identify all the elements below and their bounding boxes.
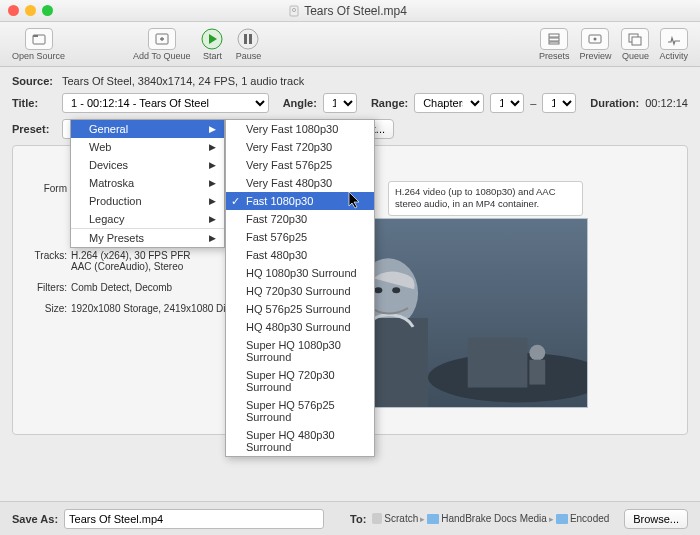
preset-opt-shq-480p30[interactable]: Super HQ 480p30 Surround [226,426,374,456]
folder-icon [556,514,568,524]
svg-rect-8 [249,34,252,44]
preset-category-menu: General▶ Web▶ Devices▶ Matroska▶ Product… [70,119,225,248]
zoom-icon[interactable] [42,5,53,16]
start-label: Start [203,51,222,61]
svg-rect-24 [529,360,545,385]
preset-opt-shq-720p30[interactable]: Super HQ 720p30 Surround [226,366,374,396]
duration-label: Duration: [590,97,639,109]
tracks-label: Tracks: [23,250,67,261]
activity-label: Activity [659,51,688,61]
filters-value: Comb Detect, Decomb [71,282,172,293]
svg-rect-9 [549,34,559,37]
svg-point-23 [529,345,545,361]
svg-rect-10 [549,38,559,41]
destination-breadcrumb[interactable]: Scratch ▸ HandBrake Docs Media ▸ Encoded [372,513,609,524]
size-value: 1920x1080 Storage, 2419x1080 Dis [71,303,231,314]
preset-cat-legacy[interactable]: Legacy▶ [71,210,224,228]
svg-rect-0 [290,6,298,16]
source-value: Tears Of Steel, 3840x1714, 24 FPS, 1 aud… [62,75,304,87]
title-select[interactable]: 1 - 00:12:14 - Tears Of Steel [62,93,269,113]
save-as-input[interactable] [64,509,324,529]
chevron-right-icon: ▶ [209,124,216,134]
folder-icon [427,514,439,524]
preset-opt-vfast-720p30[interactable]: Very Fast 720p30 [226,138,374,156]
format-label: Form [23,183,67,194]
preset-opt-fast-720p30[interactable]: Fast 720p30 [226,210,374,228]
preset-opt-shq-576p25[interactable]: Super HQ 576p25 Surround [226,396,374,426]
duration-value: 00:12:14 [645,97,688,109]
titlebar: Tears Of Steel.mp4 [0,0,700,22]
window-controls [8,5,53,16]
svg-rect-7 [244,34,247,44]
browse-button[interactable]: Browse... [624,509,688,529]
filters-label: Filters: [23,282,67,293]
preset-submenu: Very Fast 1080p30 Very Fast 720p30 Very … [225,119,375,457]
angle-select[interactable]: 1 [323,93,357,113]
range-to-select[interactable]: 1 [542,93,576,113]
size-label: Size: [23,303,67,314]
source-label: Source: [12,75,56,87]
preset-opt-fast-576p25[interactable]: Fast 576p25 [226,228,374,246]
svg-point-13 [594,37,597,40]
svg-rect-15 [632,37,641,45]
preview-label: Preview [579,51,611,61]
svg-rect-3 [33,35,38,37]
preset-opt-vfast-480p30[interactable]: Very Fast 480p30 [226,174,374,192]
preset-opt-vfast-1080p30[interactable]: Very Fast 1080p30 [226,120,374,138]
bc-folder-2: Encoded [570,513,609,524]
preset-opt-shq-1080p30[interactable]: Super HQ 1080p30 Surround [226,336,374,366]
preset-opt-hq-1080p30[interactable]: HQ 1080p30 Surround [226,264,374,282]
svg-point-6 [238,29,258,49]
preset-opt-hq-480p30[interactable]: HQ 480p30 Surround [226,318,374,336]
minimize-icon[interactable] [25,5,36,16]
svg-rect-18 [468,338,528,388]
preview-button[interactable]: Preview [575,28,615,61]
preset-label: Preset: [12,123,56,135]
start-button[interactable]: Start [194,28,230,61]
presets-label: Presets [539,51,570,61]
add-queue-label: Add To Queue [133,51,190,61]
tracks-value: H.264 (x264), 30 FPS PFR AAC (CoreAudio)… [71,250,191,272]
activity-button[interactable]: Activity [655,28,692,61]
pause-button[interactable]: Pause [230,28,266,61]
chevron-right-icon: ▸ [420,514,425,524]
title-label: Title: [12,97,56,109]
range-dash: – [530,97,536,109]
document-icon [288,5,300,17]
preset-opt-fast-480p30[interactable]: Fast 480p30 [226,246,374,264]
window-title: Tears Of Steel.mp4 [53,4,642,18]
content-area: Source: Tears Of Steel, 3840x1714, 24 FP… [0,67,700,443]
preset-opt-fast-1080p30[interactable]: Fast 1080p30 [226,192,374,210]
toolbar: Open Source Add To Queue Start Pause Pre… [0,22,700,67]
preset-cat-production[interactable]: Production▶ [71,192,224,210]
queue-button[interactable]: Queue [617,28,653,61]
bc-disk-label: Scratch [384,513,418,524]
svg-point-22 [392,287,400,293]
open-source-button[interactable]: Open Source [8,28,69,61]
preset-cat-devices[interactable]: Devices▶ [71,156,224,174]
queue-label: Queue [622,51,649,61]
range-label: Range: [371,97,408,109]
bc-folder-1: HandBrake Docs Media [441,513,547,524]
preset-opt-hq-720p30[interactable]: HQ 720p30 Surround [226,282,374,300]
save-as-label: Save As: [12,513,58,525]
preset-cat-my-presets[interactable]: My Presets▶ [71,228,224,247]
svg-point-21 [374,287,382,293]
chevron-right-icon: ▸ [549,514,554,524]
preset-cat-general[interactable]: General▶ [71,120,224,138]
open-source-label: Open Source [12,51,65,61]
preset-description: H.264 video (up to 1080p30) and AAC ster… [388,181,583,216]
close-icon[interactable] [8,5,19,16]
preset-opt-vfast-576p25[interactable]: Very Fast 576p25 [226,156,374,174]
presets-button[interactable]: Presets [535,28,574,61]
pause-label: Pause [236,51,262,61]
preset-cat-matroska[interactable]: Matroska▶ [71,174,224,192]
svg-rect-11 [549,42,559,44]
add-to-queue-button[interactable]: Add To Queue [129,28,194,61]
range-from-select[interactable]: 1 [490,93,524,113]
preset-opt-hq-576p25[interactable]: HQ 576p25 Surround [226,300,374,318]
bottom-bar: Save As: To: Scratch ▸ HandBrake Docs Me… [0,501,700,535]
range-mode-select[interactable]: Chapters [414,93,484,113]
to-label: To: [350,513,366,525]
preset-cat-web[interactable]: Web▶ [71,138,224,156]
